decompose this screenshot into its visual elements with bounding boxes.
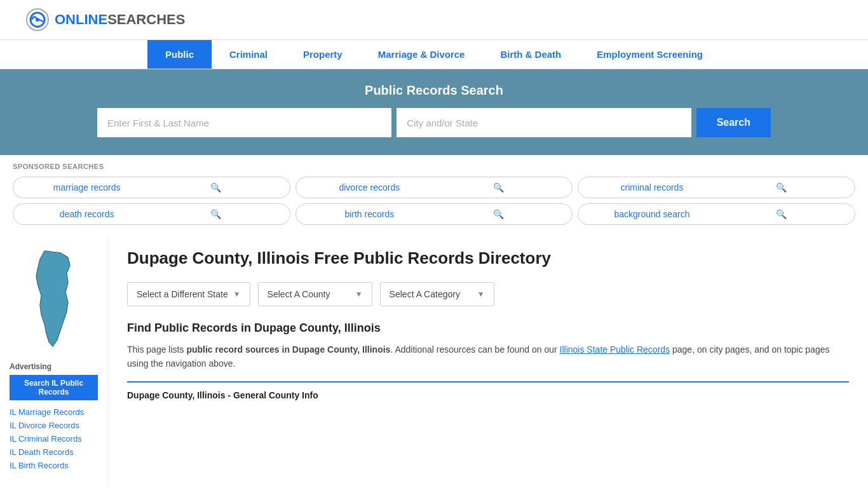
sidebar-ad-button[interactable]: Search IL Public Records: [10, 375, 98, 400]
sponsored-pill-death-label: death records: [22, 209, 151, 219]
sponsored-pill-marriage-label: marriage records: [22, 182, 151, 193]
desc-part2: . Additional resources can be found on o…: [390, 344, 559, 355]
state-dropdown[interactable]: Select a Different State ▼: [127, 282, 250, 306]
sidebar-advertising-label: Advertising: [10, 362, 98, 371]
category-dropdown[interactable]: Select A Category ▼: [380, 282, 494, 306]
sponsored-section: SPONSORED SEARCHES marriage records 🔍 di…: [0, 155, 868, 235]
nav-public[interactable]: Public: [147, 40, 212, 69]
search-icon-5: 🔍: [434, 209, 563, 219]
il-state-records-link[interactable]: Illinois State Public Records: [560, 344, 670, 355]
nav-marriage-divorce[interactable]: Marriage & Divorce: [360, 40, 483, 69]
sponsored-label: SPONSORED SEARCHES: [13, 163, 855, 170]
search-icon-1: 🔍: [151, 182, 280, 193]
sponsored-pill-divorce-label: divorce records: [305, 182, 434, 193]
logo-text: ONLINESEARCHES: [55, 11, 185, 28]
sidebar: Advertising Search IL Public Records IL …: [0, 235, 108, 486]
sponsored-pill-background[interactable]: background search 🔍: [578, 203, 855, 225]
search-form: Search: [97, 108, 771, 137]
chevron-down-icon-category: ▼: [477, 290, 485, 299]
county-dropdown[interactable]: Select A County ▼: [258, 282, 372, 306]
sponsored-pill-background-label: background search: [587, 209, 716, 219]
desc-bold: public record sources in Dupage County, …: [186, 344, 390, 355]
content-with-sidebar: Advertising Search IL Public Records IL …: [0, 235, 868, 488]
sponsored-pill-death[interactable]: death records 🔍: [13, 203, 290, 225]
illinois-map-svg: [22, 248, 86, 349]
sidebar-link-divorce[interactable]: IL Divorce Records: [10, 420, 98, 430]
chevron-down-icon-state: ▼: [233, 290, 241, 299]
main-nav: Public Criminal Property Marriage & Divo…: [0, 40, 868, 69]
sponsored-pill-marriage[interactable]: marriage records 🔍: [13, 177, 290, 198]
sidebar-link-marriage[interactable]: IL Marriage Records: [10, 407, 98, 417]
sponsored-grid: marriage records 🔍 divorce records 🔍 cri…: [13, 177, 855, 225]
nav-property[interactable]: Property: [285, 40, 360, 69]
search-button[interactable]: Search: [696, 108, 771, 137]
county-info-bar: Dupage County, Illinois - General County…: [127, 381, 849, 400]
sponsored-pill-criminal-label: criminal records: [587, 182, 716, 193]
search-icon-6: 🔍: [717, 209, 846, 219]
svg-line-3: [39, 20, 43, 22]
illinois-map-container: [10, 248, 98, 349]
nav-criminal[interactable]: Criminal: [212, 40, 285, 69]
search-icon-4: 🔍: [151, 209, 280, 219]
sponsored-pill-criminal[interactable]: criminal records 🔍: [578, 177, 855, 198]
description-text: This page lists public record sources in…: [127, 342, 849, 371]
find-section-title: Find Public Records in Dupage County, Il…: [127, 322, 849, 335]
dropdowns-row: Select a Different State ▼ Select A Coun…: [127, 282, 849, 306]
site-header: ONLINESEARCHES: [0, 0, 868, 40]
sponsored-pill-birth-label: birth records: [305, 209, 434, 219]
county-info-title: Dupage County, Illinois - General County…: [127, 390, 849, 400]
search-banner: Public Records Search Search: [0, 69, 868, 155]
nav-birth-death[interactable]: Birth & Death: [482, 40, 579, 69]
state-dropdown-label: Select a Different State: [137, 289, 228, 299]
page-title: Dupage County, Illinois Free Public Reco…: [127, 248, 849, 269]
sponsored-pill-divorce[interactable]: divorce records 🔍: [295, 177, 573, 198]
name-input[interactable]: [97, 108, 391, 137]
search-icon-2: 🔍: [434, 182, 563, 193]
nav-employment[interactable]: Employment Screening: [579, 40, 721, 69]
search-banner-title: Public Records Search: [25, 83, 843, 98]
desc-part1: This page lists: [127, 344, 186, 355]
county-dropdown-label: Select A County: [268, 289, 330, 299]
location-input[interactable]: [397, 108, 691, 137]
main-content: Dupage County, Illinois Free Public Reco…: [108, 235, 868, 486]
sidebar-link-criminal[interactable]: IL Criminal Records: [10, 433, 98, 444]
sponsored-pill-birth[interactable]: birth records 🔍: [295, 203, 573, 225]
category-dropdown-label: Select A Category: [390, 289, 460, 299]
logo-icon: [25, 8, 50, 32]
search-icon-3: 🔍: [717, 182, 846, 193]
chevron-down-icon-county: ▼: [355, 290, 363, 299]
sidebar-link-birth[interactable]: IL Birth Records: [10, 460, 98, 470]
sidebar-links: IL Marriage Records IL Divorce Records I…: [10, 407, 98, 470]
sidebar-link-death[interactable]: IL Death Records: [10, 447, 98, 457]
logo[interactable]: ONLINESEARCHES: [25, 8, 185, 32]
body-content: Advertising Search IL Public Records IL …: [0, 235, 868, 488]
